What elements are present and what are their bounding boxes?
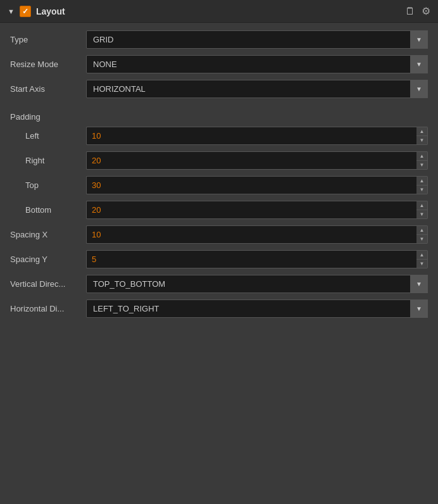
spacing-x-row: Spacing X ▲ ▼ xyxy=(10,225,428,244)
type-label: Type xyxy=(10,35,86,44)
padding-bottom-input[interactable] xyxy=(86,201,416,219)
padding-right-input[interactable] xyxy=(86,151,416,170)
padding-left-label: Left xyxy=(10,131,86,141)
padding-left-spinner-up[interactable]: ▲ xyxy=(416,127,427,135)
padding-top-input-wrapper: ▲ ▼ xyxy=(86,176,428,194)
padding-right-row: Right ▲ ▼ xyxy=(10,151,428,170)
vertical-direction-row: Vertical Direc... TOP_TO_BOTTOM BOTTOM_T… xyxy=(10,275,428,293)
padding-top-input[interactable] xyxy=(86,176,416,194)
spacing-y-label: Spacing Y xyxy=(10,255,86,264)
start-axis-select[interactable]: HORIZONTAL VERTICAL xyxy=(86,80,428,98)
spacing-y-row: Spacing Y ▲ ▼ xyxy=(10,250,428,268)
padding-right-spinner-down[interactable]: ▼ xyxy=(416,161,427,169)
vertical-direction-select[interactable]: TOP_TO_BOTTOM BOTTOM_TO_TOP xyxy=(86,275,428,293)
horizontal-direction-row: Horizontal Di... LEFT_TO_RIGHT RIGHT_TO_… xyxy=(10,299,428,318)
spacing-x-input[interactable] xyxy=(86,225,416,244)
padding-section-label: Padding xyxy=(10,112,428,122)
layout-panel: ▼ Layout 🗒 ⚙ Type GRID FLEX NONE ▼ Resiz xyxy=(0,0,438,344)
panel-title: Layout xyxy=(36,6,65,16)
spacing-y-spinner-up[interactable]: ▲ xyxy=(416,251,427,259)
header-right: 🗒 ⚙ xyxy=(405,5,430,17)
padding-left-spinners: ▲ ▼ xyxy=(416,127,428,145)
padding-right-spinner-up[interactable]: ▲ xyxy=(416,152,427,160)
padding-right-label: Right xyxy=(10,156,86,165)
spacing-y-input[interactable] xyxy=(86,250,416,268)
padding-top-spinners: ▲ ▼ xyxy=(416,176,428,194)
gear-icon[interactable]: ⚙ xyxy=(422,5,430,17)
padding-top-row: Top ▲ ▼ xyxy=(10,176,428,194)
horizontal-direction-select[interactable]: LEFT_TO_RIGHT RIGHT_TO_LEFT xyxy=(86,299,428,318)
resize-mode-row: Resize Mode NONE FIXED HUG FILL ▼ xyxy=(10,55,428,73)
padding-right-spinners: ▲ ▼ xyxy=(416,151,428,170)
spacing-x-spinner-down[interactable]: ▼ xyxy=(416,235,427,243)
resize-mode-select[interactable]: NONE FIXED HUG FILL xyxy=(86,55,428,73)
horizontal-direction-label: Horizontal Di... xyxy=(10,304,86,313)
padding-top-spinner-down[interactable]: ▼ xyxy=(416,186,427,194)
spacing-y-spinners: ▲ ▼ xyxy=(416,250,428,268)
start-axis-row: Start Axis HORIZONTAL VERTICAL ▼ xyxy=(10,80,428,98)
spacing-x-input-wrapper: ▲ ▼ xyxy=(86,225,428,244)
spacing-x-spinner-up[interactable]: ▲ xyxy=(416,226,427,234)
spacing-x-label: Spacing X xyxy=(10,230,86,239)
type-select-wrapper: GRID FLEX NONE ▼ xyxy=(86,30,428,49)
header-left: ▼ Layout xyxy=(8,6,65,17)
padding-bottom-label: Bottom xyxy=(10,205,86,215)
padding-left-row: Left ▲ ▼ xyxy=(10,127,428,145)
panel-content: Type GRID FLEX NONE ▼ Resize Mode NONE F… xyxy=(0,23,438,332)
resize-mode-select-wrapper: NONE FIXED HUG FILL ▼ xyxy=(86,55,428,73)
type-row: Type GRID FLEX NONE ▼ xyxy=(10,30,428,49)
start-axis-select-wrapper: HORIZONTAL VERTICAL ▼ xyxy=(86,80,428,98)
spacing-y-spinner-down[interactable]: ▼ xyxy=(416,260,427,268)
padding-bottom-row: Bottom ▲ ▼ xyxy=(10,201,428,219)
padding-right-input-wrapper: ▲ ▼ xyxy=(86,151,428,170)
vertical-direction-select-wrapper: TOP_TO_BOTTOM BOTTOM_TO_TOP ▼ xyxy=(86,275,428,293)
panel-header: ▼ Layout 🗒 ⚙ xyxy=(0,0,438,23)
padding-bottom-spinners: ▲ ▼ xyxy=(416,201,428,219)
padding-top-spinner-up[interactable]: ▲ xyxy=(416,177,427,185)
layout-enabled-checkbox[interactable] xyxy=(20,6,31,17)
padding-top-label: Top xyxy=(10,180,86,190)
padding-bottom-spinner-down[interactable]: ▼ xyxy=(416,210,427,218)
type-select[interactable]: GRID FLEX NONE xyxy=(86,30,428,49)
start-axis-label: Start Axis xyxy=(10,84,86,94)
doc-icon[interactable]: 🗒 xyxy=(405,6,415,17)
spacing-x-spinners: ▲ ▼ xyxy=(416,225,428,244)
padding-bottom-input-wrapper: ▲ ▼ xyxy=(86,201,428,219)
spacing-y-input-wrapper: ▲ ▼ xyxy=(86,250,428,268)
collapse-arrow-icon[interactable]: ▼ xyxy=(8,8,15,15)
padding-bottom-spinner-up[interactable]: ▲ xyxy=(416,201,427,210)
horizontal-direction-select-wrapper: LEFT_TO_RIGHT RIGHT_TO_LEFT ▼ xyxy=(86,299,428,318)
padding-left-input[interactable] xyxy=(86,127,416,145)
resize-mode-label: Resize Mode xyxy=(10,60,86,69)
padding-left-input-wrapper: ▲ ▼ xyxy=(86,127,428,145)
vertical-direction-label: Vertical Direc... xyxy=(10,279,86,289)
padding-left-spinner-down[interactable]: ▼ xyxy=(416,136,427,144)
